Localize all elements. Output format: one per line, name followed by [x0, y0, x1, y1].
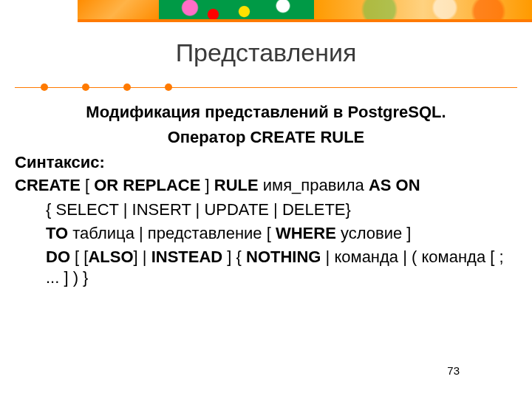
txt: ] | — [134, 248, 151, 266]
txt: имя_правила — [259, 176, 369, 194]
top-decor-strip — [78, 0, 532, 19]
kw-do: DO — [46, 248, 70, 266]
content-block: Модификация представлений в PostgreSQL. … — [15, 102, 517, 291]
bullet-divider — [15, 84, 517, 92]
kw-or-replace: OR REPLACE — [94, 176, 200, 194]
kw-as-on: AS ON — [369, 176, 420, 194]
kw-rule: RULE — [214, 176, 259, 194]
txt: [ [ — [70, 248, 88, 266]
syntax-line: { SELECT | INSERT | UPDATE | DELETE} — [15, 200, 517, 220]
dot-icon — [41, 83, 48, 91]
top-accent-line — [78, 19, 532, 22]
page-number: 73 — [447, 364, 460, 377]
decor-segment — [78, 0, 159, 19]
txt: ] { — [222, 248, 246, 266]
dot-icon — [165, 83, 172, 91]
decor-segment — [314, 0, 532, 19]
syntax-label: Синтаксис: — [15, 152, 517, 173]
kw-instead: INSTEAD — [151, 248, 223, 266]
kw-nothing: NOTHING — [246, 248, 321, 266]
divider-dots — [41, 83, 172, 91]
dot-icon — [123, 83, 131, 91]
syntax-line: DO [ [ALSO] | INSTEAD ] { NOTHING | кома… — [15, 247, 517, 288]
txt: условие ] — [336, 224, 412, 242]
syntax-block: CREATE [ OR REPLACE ] RULE имя_правила A… — [15, 175, 517, 288]
dot-icon — [82, 83, 89, 91]
subtitle-line2: Оператор CREATE RULE — [15, 127, 517, 148]
kw-where: WHERE — [276, 224, 336, 242]
txt: ] — [200, 176, 214, 194]
kw-also: ALSO — [88, 248, 133, 266]
decor-segment — [159, 0, 314, 19]
kw-create: CREATE — [15, 176, 81, 194]
page-title: Представления — [0, 38, 532, 67]
txt: таблица | представление [ — [68, 224, 276, 242]
kw-to: TO — [46, 224, 68, 242]
txt: { SELECT | INSERT | UPDATE | DELETE} — [46, 200, 351, 219]
txt: [ — [81, 176, 94, 194]
syntax-line: TO таблица | представление [ WHERE услов… — [15, 223, 517, 244]
subtitle-line1: Модификация представлений в PostgreSQL. — [15, 102, 517, 123]
syntax-line: CREATE [ OR REPLACE ] RULE имя_правила A… — [15, 175, 517, 196]
